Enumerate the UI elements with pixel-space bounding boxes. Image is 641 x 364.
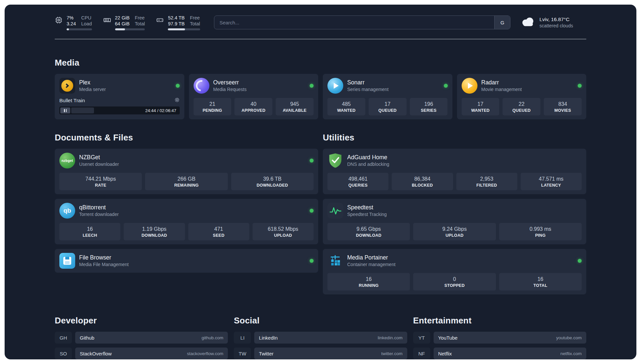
stat-label: WANTED [463, 108, 498, 113]
bookmark-abbr: SO [55, 348, 72, 359]
service-desc: Media Requests [213, 87, 247, 92]
bookmarks-area: Developer GH Github github.com SO StackO… [55, 316, 586, 359]
stat-label: FILTERED [458, 183, 516, 188]
bookmark-twitter[interactable]: TW Twitter twitter.com [234, 348, 407, 359]
service-card-plex: Plex Media server Bullet Train 24:44 / 0… [55, 74, 184, 119]
stat-label: AVAILABLE [277, 108, 312, 113]
bookmark-name: YouTube [438, 335, 458, 341]
service-name: qBittorrent [79, 204, 119, 211]
memory-icon [103, 16, 111, 25]
stat-value: 0.993 ms [501, 226, 580, 232]
stat-box-remaining: 266 GB REMAINING [145, 173, 228, 190]
bookmark-group-developer: Developer GH Github github.com SO StackO… [55, 316, 228, 359]
header-divider [55, 39, 586, 39]
bookmark-abbr: YT [413, 332, 430, 344]
bookmark-abbr: NF [413, 348, 430, 359]
service-card-speedtest: Speedtest Speedtest Tracking 9.65 Gbps D… [323, 199, 586, 244]
portainer-crane-icon [327, 253, 343, 269]
stat-label: RUNNING [329, 283, 409, 288]
dashboard-panel: 7% 3.24 CPU Load [5, 5, 636, 359]
stat-value: 16 [329, 276, 409, 283]
stat-label: QUEUED [370, 108, 405, 113]
service-link-sonarr[interactable]: Sonarr Series management [327, 78, 448, 94]
weather-condition: scattered clouds [539, 23, 573, 29]
stat-box-wanted: 485 WANTED [327, 98, 365, 115]
bookmark-linkedin[interactable]: LI LinkedIn linkedin.com [234, 332, 407, 344]
stat-value: 498,461 [329, 176, 387, 182]
bookmark-youtube[interactable]: YT YouTube youtube.com [413, 332, 586, 344]
service-link-adguard[interactable]: AdGuard Home DNS and adblocking [327, 153, 582, 168]
service-desc: Usenet downloader [79, 162, 119, 167]
stat-value: 945 [277, 101, 312, 107]
service-link-filebrowser[interactable]: File Browser Media File Management [59, 253, 314, 269]
stat-box-seed: 471 SEED [188, 223, 249, 240]
stat-box-blocked: 86,384 BLOCKED [392, 173, 453, 190]
disk-widget: 52.4 TB 97.9 TB Free Total [156, 15, 200, 30]
service-link-nzbget[interactable]: nzbget NZBGet Usenet downloader [59, 153, 314, 168]
service-link-radarr[interactable]: Radarr Movie management [462, 78, 582, 94]
stat-box-queued: 17 QUEUED [369, 98, 407, 115]
search-provider-button[interactable]: G [494, 16, 510, 29]
service-name: AdGuard Home [347, 154, 389, 161]
stats-row: 21 PENDING 40 APPROVED 945 AVAILABLE [194, 98, 314, 115]
service-desc: Series management [347, 87, 388, 92]
service-name: Media Portainer [347, 254, 395, 261]
stat-value: 9.24 Gbps [414, 226, 494, 232]
now-playing-title: Bullet Train [59, 98, 85, 104]
service-name: File Browser [79, 254, 129, 261]
player-settings-icon[interactable] [174, 97, 180, 104]
cpu-meter [67, 28, 92, 30]
stat-label: STOPPED [414, 283, 494, 288]
bookmark-group-social: Social LI LinkedIn linkedin.com TW Twitt… [234, 316, 407, 359]
stat-box-pending: 21 PENDING [194, 98, 231, 115]
status-dot [310, 209, 314, 213]
status-dot [578, 84, 582, 88]
stat-box-series: 196 SERIES [410, 98, 448, 115]
service-name: Sonarr [347, 79, 388, 86]
service-card-overseerr: Overseerr Media Requests 21 PENDING 40 A… [189, 74, 319, 119]
service-desc: Media File Management [79, 262, 129, 267]
section-title-media: Media [55, 58, 586, 68]
top-bar: 7% 3.24 CPU Load [55, 14, 586, 31]
bookmark-domain: twitter.com [381, 351, 403, 356]
bookmark-github[interactable]: GH Github github.com [55, 332, 228, 344]
weather-location: Lviv, 16.87°C [539, 16, 573, 23]
bookmark-domain: netflix.com [560, 351, 582, 356]
stat-label: WANTED [329, 108, 364, 113]
documents-column: Documents & Files nzbget NZBGet Usenet d… [55, 133, 318, 273]
section-title-entertainment: Entertainment [413, 316, 586, 326]
stat-value: 2,953 [458, 176, 516, 182]
service-card-qbittorrent: qb qBittorrent Torrent downloader 16 LEE… [55, 199, 318, 244]
section-title-developer: Developer [55, 316, 228, 326]
service-link-qbittorrent[interactable]: qb qBittorrent Torrent downloader [59, 203, 314, 219]
stat-value: 744.21 Mbps [61, 176, 140, 182]
pause-button[interactable] [60, 107, 70, 113]
bookmark-name: Github [80, 335, 94, 341]
cpu-load-label: Load [81, 21, 92, 27]
stat-box-ping: 0.993 ms PING [499, 223, 582, 240]
stat-label: PENDING [195, 108, 230, 113]
service-name: NZBGet [79, 154, 119, 161]
bookmark-domain: linkedin.com [378, 335, 403, 340]
search-input[interactable] [214, 16, 494, 29]
service-desc: Torrent downloader [79, 212, 119, 217]
stat-value: 39.6 TB [232, 176, 312, 182]
stat-label: SERIES [411, 108, 446, 113]
stat-value: 47.571 ms [522, 176, 580, 182]
stats-row: 17 WANTED 22 QUEUED 834 MOVIES [462, 98, 582, 115]
cpu-chip-icon [55, 16, 63, 25]
stat-value: 86,384 [393, 176, 451, 182]
service-link-speedtest[interactable]: Speedtest Speedtest Tracking [327, 203, 582, 219]
bookmark-netflix[interactable]: NF Netflix netflix.com [413, 348, 586, 359]
cpu-label: CPU [81, 15, 92, 21]
stat-label: UPLOAD [254, 233, 312, 238]
service-link-overseerr[interactable]: Overseerr Media Requests [194, 78, 314, 94]
media-player-bar[interactable]: 24:44 / 02:06:47 [59, 106, 180, 114]
bookmark-abbr: GH [55, 332, 72, 344]
stat-label: APPROVED [236, 108, 271, 113]
service-link-plex[interactable]: Plex Media server [59, 78, 180, 94]
status-dot [578, 259, 582, 263]
service-link-portainer[interactable]: Media Portainer Container management [327, 253, 582, 269]
stat-label: UPLOAD [414, 233, 494, 238]
bookmark-stackoverflow[interactable]: SO StackOverflow stackoverflow.com [55, 348, 228, 359]
